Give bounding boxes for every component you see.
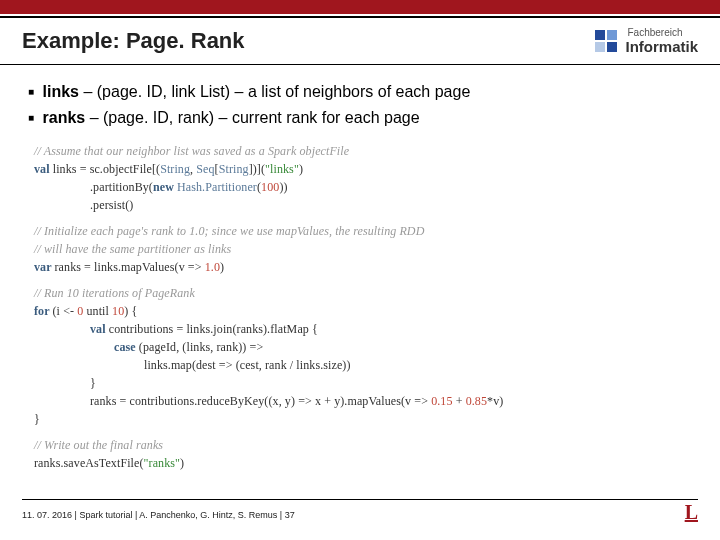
code-number: 0.85 (466, 394, 487, 408)
code-comment: // Assume that our neighbor list was sav… (34, 144, 349, 158)
logo-bottom-label: Informatik (625, 39, 698, 55)
code-string: "ranks" (144, 456, 181, 470)
bullet-marker-icon: ■ (28, 86, 34, 97)
code-text: .partitionBy( (90, 180, 153, 194)
code-line: } (34, 374, 692, 392)
code-string: "links" (265, 162, 299, 176)
code-text: ) (220, 260, 224, 274)
code-text: (i <- (53, 304, 78, 318)
code-line: } (34, 410, 692, 428)
dept-logo: Fachbereich Informatik (595, 28, 698, 54)
code-line: val contributions = links.join(ranks).fl… (34, 320, 692, 338)
code-keyword: val (34, 162, 53, 176)
bullet-1-rest: – (page. ID, link List) – a list of neig… (79, 83, 470, 100)
code-text: ) (299, 162, 303, 176)
code-keyword: var (34, 260, 55, 274)
code-line: .partitionBy(new Hash.Partitioner(100)) (34, 178, 692, 196)
footer: 11. 07. 2016 | Spark tutorial | A. Panch… (0, 499, 720, 522)
code-line: ranks.saveAsTextFile("ranks") (34, 454, 692, 472)
code-text: ranks = contributions.reduceByKey((x, y)… (90, 394, 431, 408)
code-text: (pageId, (links, rank)) => (139, 340, 263, 354)
page-title: Example: Page. Rank (22, 28, 245, 54)
bullet-2: ■ ranks – (page. ID, rank) – current ran… (28, 105, 692, 131)
code-text: ) { (124, 304, 137, 318)
code-type: String (160, 162, 190, 176)
code-line: case (pageId, (links, rank)) => (34, 338, 692, 356)
slide: Example: Page. Rank Fachbereich Informat… (0, 0, 720, 540)
bullet-marker-icon: ■ (28, 112, 34, 123)
code-line: // Run 10 iterations of PageRank (34, 284, 692, 302)
code-text: ])]( (249, 162, 265, 176)
code-line: // Initialize each page's rank to 1.0; s… (34, 222, 692, 240)
header: Example: Page. Rank Fachbereich Informat… (0, 18, 720, 60)
code-line: ranks = contributions.reduceByKey((x, y)… (34, 392, 692, 410)
code-line: .persist() (34, 196, 692, 214)
code-text: )) (279, 180, 287, 194)
code-text: links = sc.objectFile[( (53, 162, 160, 176)
bullet-list: ■ links – (page. ID, link List) – a list… (28, 79, 692, 130)
bullet-2-term: ranks (43, 109, 86, 126)
code-text: ) (180, 456, 184, 470)
code-line: // Assume that our neighbor list was sav… (34, 142, 692, 160)
code-text: contributions = links.join(ranks).flatMa… (109, 322, 318, 336)
code-keyword: val (90, 322, 109, 336)
code-line: // Write out the final ranks (34, 436, 692, 454)
logo-text: Fachbereich Informatik (625, 28, 698, 54)
bullet-1: ■ links – (page. ID, link List) – a list… (28, 79, 692, 105)
code-text: links.map(dest => (cest, rank / links.si… (144, 358, 351, 372)
footer-text: 11. 07. 2016 | Spark tutorial | A. Panch… (22, 510, 295, 520)
code-text: *v) (487, 394, 503, 408)
top-accent-bar (0, 0, 720, 14)
code-text: } (90, 376, 96, 390)
code-line: links.map(dest => (cest, rank / links.si… (34, 356, 692, 374)
code-text: until (83, 304, 112, 318)
code-blank (34, 214, 692, 222)
code-text: + (453, 394, 466, 408)
code-keyword: for (34, 304, 53, 318)
logo-top-label: Fachbereich (627, 28, 682, 39)
bullet-1-term: links (43, 83, 79, 100)
bullet-2-rest: – (page. ID, rank) – current rank for ea… (85, 109, 419, 126)
code-comment: // Initialize each page's rank to 1.0; s… (34, 224, 424, 238)
code-text: ranks = links.mapValues(v => (55, 260, 205, 274)
code-line: for (i <- 0 until 10) { (34, 302, 692, 320)
code-blank (34, 276, 692, 284)
code-line: var ranks = links.mapValues(v => 1.0) (34, 258, 692, 276)
code-keyword: case (114, 340, 139, 354)
code-line: val links = sc.objectFile[(String, Seq[S… (34, 160, 692, 178)
content: ■ links – (page. ID, link List) – a list… (0, 65, 720, 472)
code-type: Hash.Partitioner (177, 180, 257, 194)
code-comment: // Write out the final ranks (34, 438, 163, 452)
code-text: ranks.saveAsTextFile( (34, 456, 144, 470)
code-text: .persist() (90, 198, 133, 212)
code-type: Seq (196, 162, 214, 176)
code-number: 1.0 (205, 260, 220, 274)
code-line: // will have the same partitioner as lin… (34, 240, 692, 258)
code-block: // Assume that our neighbor list was sav… (28, 142, 692, 472)
code-blank (34, 428, 692, 436)
code-number: 10 (112, 304, 124, 318)
rule-footer (22, 499, 698, 500)
code-comment: // Run 10 iterations of PageRank (34, 286, 195, 300)
logo-squares-icon (595, 30, 617, 52)
code-number: 100 (261, 180, 279, 194)
footer-l-logo: L (685, 501, 698, 524)
code-number: 0.15 (431, 394, 452, 408)
code-type: String (219, 162, 249, 176)
code-keyword: new (153, 180, 177, 194)
code-comment: // will have the same partitioner as lin… (34, 242, 231, 256)
code-text: } (34, 412, 40, 426)
